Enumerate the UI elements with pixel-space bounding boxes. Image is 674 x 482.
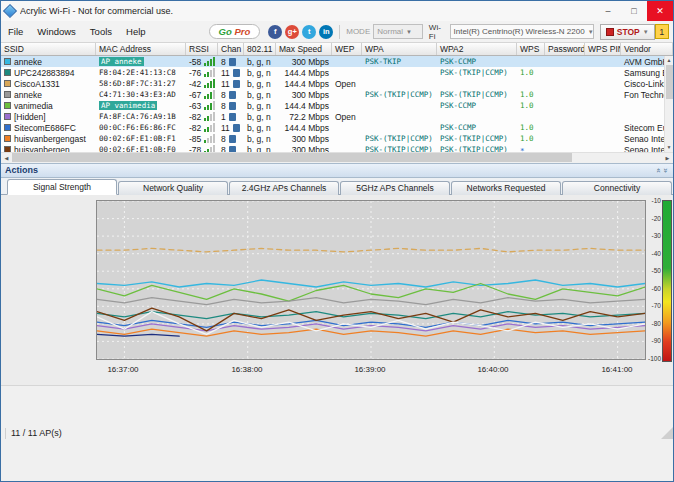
table-row[interactable]: vanimediaAP vanimedia-638b, g, n144.4 Mb…	[1, 100, 673, 111]
standard-value: b, g, n	[244, 122, 276, 133]
menu-windows[interactable]: Windows	[30, 23, 83, 40]
menu-tools[interactable]: Tools	[83, 23, 119, 40]
scroll-right-icon[interactable]: ▶	[662, 155, 673, 161]
column-header-max-speed[interactable]: Max Speed	[276, 43, 332, 55]
wpa-value	[362, 122, 437, 133]
tab-2-4ghz-aps-channels[interactable]: 2.4GHz APs Channels	[229, 181, 339, 195]
column-header-rssi[interactable]: RSSI	[186, 43, 218, 55]
wpa2-value: PSK-CCMP	[437, 100, 517, 111]
rssi-value: -78	[186, 144, 218, 152]
wps-value: 1.0	[517, 100, 545, 111]
tab-connectivity[interactable]: Connectivity	[562, 181, 672, 195]
table-row[interactable]: huisvanbergen00:02:6F:E1:0B:F0-788b, g, …	[1, 144, 673, 152]
tab-5ghz-aps-channels[interactable]: 5GHz APs Channels	[340, 181, 450, 195]
table-row[interactable]: [Hidden]FA:8F:CA:76:A9:1B-821b, g, n72.2…	[1, 111, 673, 122]
wpa-value: PSK-TKIP	[362, 56, 437, 67]
column-header-wps[interactable]: WPS	[517, 43, 545, 55]
password-value	[545, 89, 585, 100]
resize-grip[interactable]	[661, 427, 673, 439]
series-color-swatch	[4, 80, 11, 87]
wpa2-value: PSK-(TKIP|CCMP)	[437, 67, 517, 78]
max-speed-value: 300 Mbps	[276, 144, 332, 152]
channel-value: 8	[218, 100, 244, 111]
column-header-ssid[interactable]: SSID	[1, 43, 96, 55]
table-row[interactable]: SitecomE686FC00:0C:F6:E6:86:FC-8211b, g,…	[1, 122, 673, 133]
table-row[interactable]: huisvanbergengast00:02:6F:E1:0B:F1-858b,…	[1, 133, 673, 144]
column-header-chan[interactable]: Chan	[218, 43, 244, 55]
signal-bars-icon	[204, 101, 215, 110]
mode-dropdown[interactable]: Normal ▼	[373, 24, 423, 39]
standard-value: b, g, n	[244, 144, 276, 152]
wps-value: 1.0	[517, 133, 545, 144]
googleplus-icon[interactable]: g+	[285, 25, 299, 39]
column-header-vendor[interactable]: Vendor	[621, 43, 673, 55]
tab-networks-requested[interactable]: Networks Requested	[451, 181, 561, 195]
max-speed-value: 144.4 Mbps	[276, 78, 332, 89]
column-header-802-11[interactable]: 802.11	[244, 43, 276, 55]
table-row[interactable]: CiscoA133158:6D:8F:7C:31:27-4211b, g, n1…	[1, 78, 673, 89]
channel-value: 8	[218, 133, 244, 144]
wep-value: Open	[332, 111, 362, 122]
table-row[interactable]: annekeAP anneke-588b, g, n300 MbpsPSK-TK…	[1, 56, 673, 67]
ssid-value: huisvanbergengast	[14, 134, 86, 144]
column-header-password[interactable]: Password	[545, 43, 585, 55]
channel-value: 11	[218, 122, 244, 133]
wpa-value	[362, 67, 437, 78]
password-value	[545, 122, 585, 133]
table-row[interactable]: UPC242883894F8:04:2E:41:13:C8-7611b, g, …	[1, 67, 673, 78]
twitter-icon[interactable]: t	[302, 25, 316, 39]
wps-pin-value	[585, 56, 621, 67]
vertical-scrollbar[interactable]: ▲ ▼	[664, 56, 673, 152]
column-header-wpa[interactable]: WPA	[362, 43, 437, 55]
tab-signal-strength[interactable]: Signal Strength	[7, 179, 117, 195]
wep-value	[332, 100, 362, 111]
column-header-mac-address[interactable]: MAC Address	[96, 43, 186, 55]
horizontal-scrollbar[interactable]: ◀ ▶	[1, 152, 673, 163]
mac-address: 58:6D:8F:7C:31:27	[96, 78, 186, 89]
wpa-value: PSK-(TKIP|CCMP)	[362, 133, 437, 144]
wep-value	[332, 144, 362, 152]
actions-bar[interactable]: Actions «»	[1, 163, 673, 178]
scroll-up-icon[interactable]: ▲	[667, 56, 672, 65]
wpa2-value: PSK-CCMP	[437, 122, 517, 133]
horizontal-scroll-thumb[interactable]	[12, 153, 572, 162]
adapter-dropdown[interactable]: Intel(R) Centrino(R) Wireless-N 2200 ▼	[450, 24, 594, 39]
column-header-wep[interactable]: WEP	[332, 43, 362, 55]
x-tick-label: 16:38:00	[219, 365, 275, 374]
maximize-button[interactable]: □	[621, 1, 647, 21]
notification-badge[interactable]: 1	[655, 24, 669, 39]
close-button[interactable]: ✕	[647, 1, 673, 21]
vertical-scroll-thumb[interactable]	[666, 65, 673, 99]
linkedin-icon[interactable]: in	[319, 25, 333, 39]
column-header-wps-pin[interactable]: WPS PIN	[585, 43, 621, 55]
connected-ap-highlight: AP vanimedia	[99, 101, 157, 110]
mac-address: FA:8F:CA:76:A9:1B	[96, 111, 186, 122]
facebook-icon[interactable]: f	[268, 25, 282, 39]
max-speed-value: 300 Mbps	[276, 56, 332, 67]
column-header-wpa2[interactable]: WPA2	[437, 43, 517, 55]
scroll-left-icon[interactable]: ◀	[1, 155, 12, 161]
y-tick-label: -30	[652, 232, 661, 239]
wps-pin-value	[585, 67, 621, 78]
menu-file[interactable]: File	[1, 23, 30, 40]
wps-pin-value	[585, 100, 621, 111]
x-tick-label: 16:40:00	[465, 365, 521, 374]
stop-button[interactable]: STOP ▼	[600, 24, 655, 40]
mac-address: AP anneke	[96, 56, 186, 67]
go-pro-button[interactable]: Go Pro	[209, 24, 261, 39]
table-row[interactable]: annekeC4:71:30:43:E3:AD-678b, g, n300 Mb…	[1, 89, 673, 100]
mode-value: Normal	[377, 27, 403, 36]
tab-network-quality[interactable]: Network Quality	[118, 181, 228, 195]
password-value	[545, 100, 585, 111]
collapse-expand-icon[interactable]: «»	[656, 166, 667, 175]
wpa2-value: PSK-(TKIP|CCMP)	[437, 133, 517, 144]
window-title: Acrylic Wi-Fi - Not for commercial use.	[20, 6, 595, 16]
mac-address: 00:02:6F:E1:0B:F1	[96, 133, 186, 144]
status-bar: 11 / 11 AP(s)	[1, 385, 673, 482]
signal-bars-icon	[204, 123, 215, 132]
toolbar-separator	[339, 25, 340, 39]
menu-help[interactable]: Help	[119, 23, 153, 40]
wps-value: 1.0	[517, 67, 545, 78]
minimize-button[interactable]: –	[595, 1, 621, 21]
scroll-down-icon[interactable]: ▼	[667, 143, 672, 152]
